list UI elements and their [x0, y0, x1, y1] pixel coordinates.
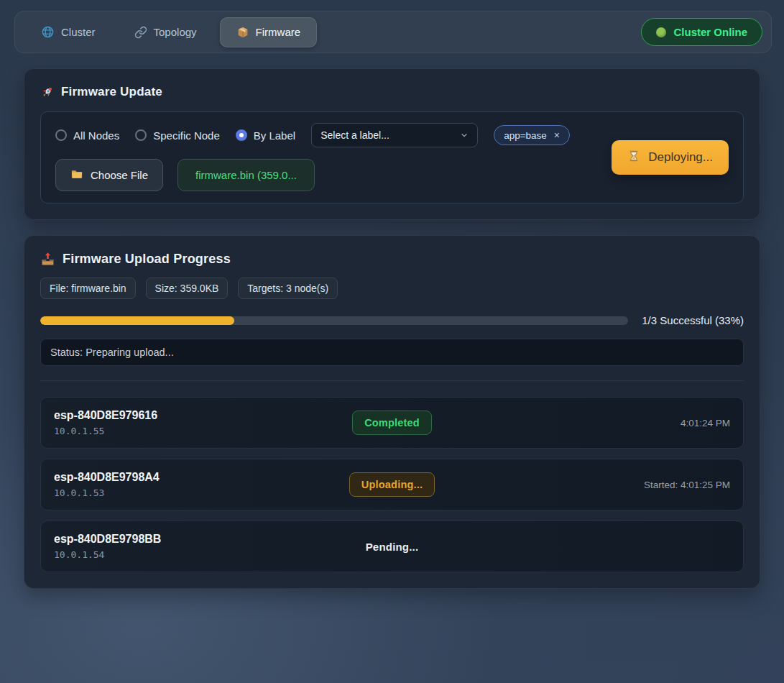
node-status: Completed — [352, 411, 432, 435]
targets-badge: Targets: 3 node(s) — [238, 278, 338, 299]
progress-label: 1/3 Successful (33%) — [642, 314, 744, 326]
node-ip: 10.0.1.53 — [54, 487, 349, 498]
node-timestamp: Started: 4:01:25 PM — [644, 480, 730, 490]
radio-label: By Label — [254, 129, 295, 142]
nav-tab-label: Cluster — [61, 26, 96, 38]
chip-remove-icon[interactable]: × — [554, 130, 560, 140]
status-badge: Pending... — [366, 535, 419, 559]
cluster-status-label: Cluster Online — [673, 26, 747, 38]
cluster-status-badge: Cluster Online — [641, 18, 762, 46]
nav-tab-label: Topology — [154, 26, 197, 38]
status-badge: Uploading... — [349, 472, 435, 497]
file-size-badge: Size: 359.0KB — [146, 278, 229, 299]
node-row: esp-840D8E9798BB 10.0.1.54 Pending... — [40, 521, 744, 572]
node-info: esp-840D8E9798BB 10.0.1.54 — [54, 533, 366, 560]
firmware-update-title-text: Firmware Update — [61, 85, 162, 99]
chevron-down-icon — [460, 131, 469, 139]
progress-bar — [40, 316, 628, 325]
node-info: esp-840D8E9798A4 10.0.1.53 — [54, 471, 349, 498]
label-chip: app=base × — [494, 125, 570, 145]
divider — [40, 380, 744, 381]
status-message: Status: Preparing upload... — [40, 339, 744, 366]
progress-fill — [40, 316, 234, 325]
node-ip: 10.0.1.55 — [54, 426, 352, 436]
file-name-badge: File: firmware.bin — [40, 278, 136, 299]
radio-by-label[interactable]: By Label — [236, 129, 295, 142]
choose-file-button[interactable]: Choose File — [55, 159, 163, 191]
node-name: esp-840D8E9798BB — [54, 533, 366, 546]
link-icon — [134, 26, 147, 39]
online-dot-icon — [656, 27, 666, 37]
nav-tab-cluster[interactable]: Cluster — [25, 17, 111, 47]
upload-progress-card: Firmware Upload Progress File: firmware.… — [24, 235, 760, 589]
radio-circle-icon — [135, 129, 147, 141]
deploy-button[interactable]: Deploying... — [612, 140, 729, 175]
node-name: esp-840D8E9798A4 — [54, 471, 349, 484]
radio-label: All Nodes — [73, 129, 119, 142]
app-screen: Cluster Topology — [0, 0, 784, 683]
node-info: esp-840D8E979616 10.0.1.55 — [54, 409, 352, 436]
rocket-icon — [40, 86, 54, 99]
nav-tab-topology[interactable]: Topology — [119, 18, 213, 47]
label-select[interactable]: Select a label... — [311, 123, 478, 147]
globe-icon — [41, 25, 55, 39]
radio-specific-node[interactable]: Specific Node — [135, 129, 220, 142]
radio-circle-icon — [236, 129, 247, 141]
node-row: esp-840D8E9798A4 10.0.1.53 Uploading... … — [40, 459, 744, 510]
firmware-update-title: Firmware Update — [40, 85, 744, 99]
package-icon — [236, 26, 249, 39]
node-timestamp: 4:01:24 PM — [681, 418, 730, 428]
node-ip: 10.0.1.54 — [54, 549, 366, 560]
choose-file-label: Choose File — [91, 169, 148, 181]
outbox-tray-icon — [40, 252, 55, 267]
radio-label: Specific Node — [153, 129, 220, 142]
firmware-update-card: Firmware Update All Nodes Specific Node … — [24, 68, 760, 220]
label-select-placeholder: Select a label... — [320, 129, 389, 141]
top-nav: Cluster Topology — [14, 11, 772, 53]
node-name: esp-840D8E979616 — [54, 409, 352, 422]
deploy-button-label: Deploying... — [648, 150, 713, 165]
radio-circle-icon — [55, 129, 67, 141]
progress-row: 1/3 Successful (33%) — [40, 314, 744, 326]
upload-progress-title: Firmware Upload Progress — [40, 252, 744, 267]
node-status: Uploading... — [349, 472, 435, 497]
folder-icon — [70, 168, 83, 183]
deploy-form: All Nodes Specific Node By Label Select … — [40, 111, 744, 203]
nav-tab-label: Firmware — [256, 26, 301, 38]
hourglass-icon — [627, 150, 640, 166]
node-status: Pending... — [366, 535, 419, 559]
node-row: esp-840D8E979616 10.0.1.55 Completed 4:0… — [40, 397, 744, 449]
selected-file-button[interactable]: firmware.bin (359.0... — [177, 159, 315, 191]
nav-tabs: Cluster Topology — [25, 17, 317, 47]
nav-tab-firmware[interactable]: Firmware — [220, 17, 318, 47]
status-badge: Completed — [352, 411, 432, 435]
label-chip-text: app=base — [504, 130, 547, 141]
radio-all-nodes[interactable]: All Nodes — [55, 129, 119, 142]
upload-meta-badges: File: firmware.bin Size: 359.0KB Targets… — [40, 278, 744, 299]
upload-progress-title-text: Firmware Upload Progress — [63, 252, 231, 267]
